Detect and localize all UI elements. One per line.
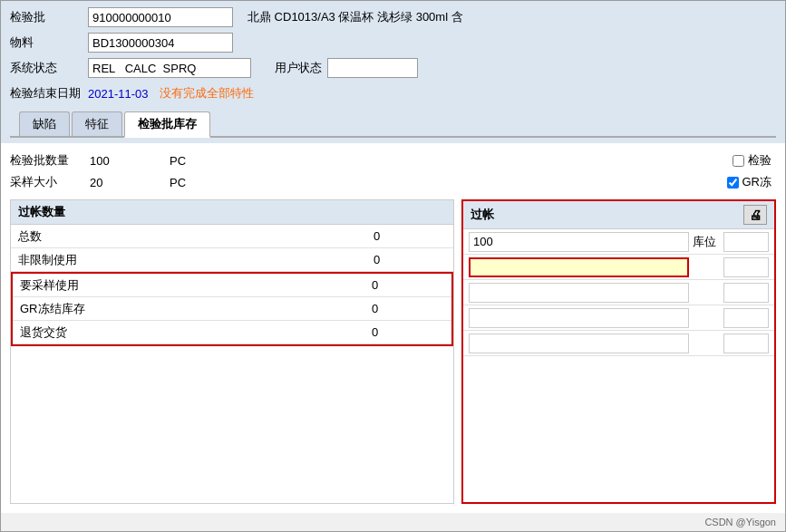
sample-size-row: 采样大小 20 PC <box>10 174 727 190</box>
main-window: 检验批 北鼎 CD1013/A3 保温杯 浅杉绿 300ml 含 物料 系统状态… <box>0 0 786 532</box>
watermark-text: CSDN @Yisgon <box>704 517 776 527</box>
row-value-unrestricted: 0 <box>374 253 446 266</box>
left-table-body: 总数 0 非限制使用 0 要采样使用 0 GR冻结库存 <box>11 225 453 346</box>
right-table: 过帐 🖨 库位 <box>461 199 776 504</box>
check-checkbox-row: 检验 <box>733 152 771 169</box>
right-input-1[interactable] <box>469 232 689 252</box>
tab-inventory[interactable]: 检验批库存 <box>124 111 210 138</box>
sample-size-label: 采样大小 <box>10 174 82 190</box>
row-value-return: 0 <box>372 325 444 339</box>
warehouse-input-1[interactable] <box>723 232 769 252</box>
sample-size-unit: PC <box>170 176 206 189</box>
row-label-total: 总数 <box>18 228 374 245</box>
date-label: 检验结束日期 <box>10 85 82 102</box>
info-section: 检验批数量 100 PC 采样大小 20 PC 检验 GR冻 <box>10 152 776 190</box>
warning-text: 没有完成全部特性 <box>160 85 254 102</box>
right-table-title: 过帐 <box>471 207 494 223</box>
material-label: 物料 <box>10 34 82 51</box>
row-value-gr-frozen: 0 <box>372 302 444 315</box>
highlighted-group: 要采样使用 0 GR冻结库存 0 退货交货 0 <box>11 272 453 346</box>
sample-size-value: 20 <box>90 176 162 189</box>
material-row: 物料 <box>10 32 776 53</box>
table-row-gr-frozen: GR冻结库存 0 <box>13 297 451 321</box>
batch-label: 检验批 <box>10 9 82 25</box>
bottom-section: 过帐数量 总数 0 非限制使用 0 要采样使用 0 <box>10 199 776 504</box>
right-input-2[interactable] <box>469 257 689 277</box>
table-row-sample: 要采样使用 0 <box>13 274 451 297</box>
right-row-5 <box>463 331 774 356</box>
row-value-sample: 0 <box>372 278 444 292</box>
content-area: 检验批数量 100 PC 采样大小 20 PC 检验 GR冻 <box>1 143 785 513</box>
gr-checkbox-row: GR冻 <box>727 174 772 190</box>
printer-icon[interactable]: 🖨 <box>743 205 767 225</box>
table-row-unrestricted: 非限制使用 0 <box>11 248 453 272</box>
row-value-total: 0 <box>374 229 446 243</box>
right-input-4[interactable] <box>469 308 689 328</box>
batch-input[interactable] <box>88 7 233 27</box>
row-label-sample: 要采样使用 <box>20 277 372 294</box>
tabs-bar: 缺陷 特征 检验批库存 <box>10 111 776 138</box>
table-row-return: 退货交货 0 <box>13 321 451 344</box>
row-label-unrestricted: 非限制使用 <box>18 252 374 268</box>
right-table-header: 过帐 🖨 <box>463 201 774 229</box>
check-label: 检验 <box>748 152 771 169</box>
gr-label: GR冻 <box>742 174 772 190</box>
batch-qty-label: 检验批数量 <box>10 152 82 169</box>
warehouse-input-2[interactable] <box>723 257 769 277</box>
user-status-input[interactable] <box>327 58 418 78</box>
user-status-label: 用户状态 <box>275 60 322 76</box>
gr-checkbox[interactable] <box>727 177 739 189</box>
row-label-gr-frozen: GR冻结库存 <box>20 301 372 317</box>
info-left: 检验批数量 100 PC 采样大小 20 PC <box>10 152 727 190</box>
right-input-5[interactable] <box>469 334 689 353</box>
table-row-total: 总数 0 <box>11 225 453 248</box>
warehouse-input-5[interactable] <box>723 334 769 353</box>
status-input[interactable] <box>88 58 251 78</box>
date-row: 检验结束日期 2021-11-03 没有完成全部特性 <box>10 82 776 104</box>
date-value: 2021-11-03 <box>88 87 149 101</box>
warehouse-label: 库位 <box>693 234 720 250</box>
row-label-return: 退货交货 <box>20 324 372 341</box>
batch-qty-row: 检验批数量 100 PC <box>10 152 727 169</box>
batch-qty-value: 100 <box>90 154 162 168</box>
checkbox-area: 检验 GR冻 <box>727 152 777 190</box>
form-area: 检验批 北鼎 CD1013/A3 保温杯 浅杉绿 300ml 含 物料 系统状态… <box>1 1 785 143</box>
material-input[interactable] <box>88 33 233 53</box>
right-row-4 <box>463 305 774 331</box>
tab-defect[interactable]: 缺陷 <box>19 111 70 136</box>
footer-watermark: CSDN @Yisgon <box>1 513 785 531</box>
tab-feature[interactable]: 特征 <box>72 111 122 136</box>
status-row: 系统状态 用户状态 <box>10 57 776 79</box>
warehouse-input-4[interactable] <box>723 308 769 328</box>
batch-row: 检验批 北鼎 CD1013/A3 保温杯 浅杉绿 300ml 含 <box>10 6 776 28</box>
left-table: 过帐数量 总数 0 非限制使用 0 要采样使用 0 <box>10 199 454 504</box>
right-row-2 <box>463 255 774 280</box>
status-label: 系统状态 <box>10 60 82 76</box>
right-row-1: 库位 <box>463 229 774 255</box>
left-table-header: 过帐数量 <box>11 200 453 225</box>
material-desc: 北鼎 CD1013/A3 保温杯 浅杉绿 300ml 含 <box>247 9 463 25</box>
right-row-3 <box>463 280 774 305</box>
right-input-3[interactable] <box>469 283 689 303</box>
warehouse-input-3[interactable] <box>723 283 769 303</box>
check-checkbox[interactable] <box>733 155 744 167</box>
right-table-content: 库位 <box>463 229 774 502</box>
batch-qty-unit: PC <box>170 154 206 168</box>
